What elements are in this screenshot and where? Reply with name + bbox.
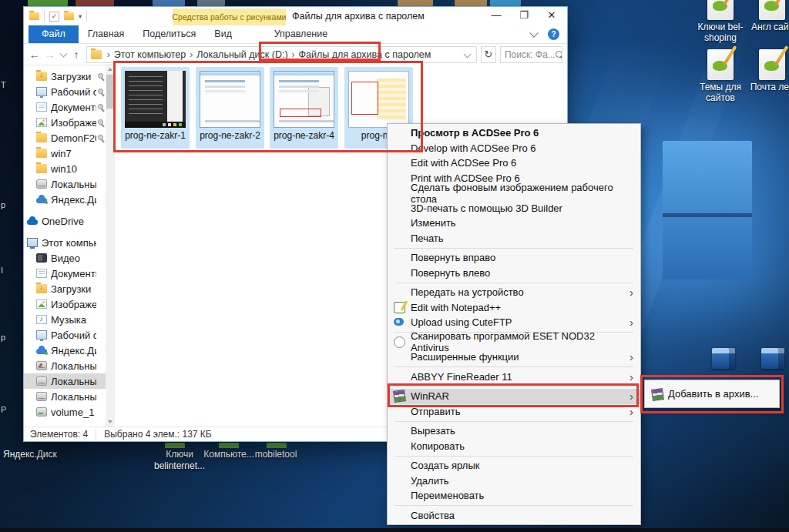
help-icon[interactable]: ? [548, 28, 559, 40]
sidebar-item[interactable]: Загрузки [24, 281, 115, 296]
desktop-icon[interactable]: Англ сайт [745, 0, 789, 33]
forward-icon[interactable]: → [44, 49, 55, 61]
back-icon[interactable]: ← [29, 49, 40, 61]
menu-item[interactable]: Свойства [388, 508, 640, 524]
maximize-button[interactable]: ❐ [510, 7, 538, 25]
recent-locations-icon[interactable] [59, 50, 67, 58]
desktop-icon-label[interactable]: Компьюте... [202, 449, 256, 460]
breadcrumb-item[interactable]: Файлы для архива с паролем [299, 49, 431, 60]
menu-item[interactable]: Копировать [388, 439, 640, 454]
sidebar-item[interactable]: DemonF2005 [24, 130, 115, 146]
desktop-icon-label[interactable]: Яндекс.Диск [3, 449, 76, 460]
menu-item[interactable]: Создать ярлык [388, 458, 640, 473]
menu-item[interactable]: Изменить [388, 216, 640, 231]
desktop-icon-label[interactable]: Ключи belinternet... [149, 449, 210, 472]
sidebar-item[interactable]: Видео [24, 250, 115, 266]
folder-icon[interactable] [29, 12, 39, 20]
sidebar-scrollbar[interactable] [106, 64, 115, 427]
tab-Поделиться[interactable]: Поделиться [133, 25, 205, 43]
menu-item[interactable]: Расширенные функции› [388, 350, 640, 365]
quick-access-toolbar[interactable]: ✓ ▾ [29, 10, 87, 22]
menu-item[interactable]: Переименовать [388, 488, 640, 504]
sidebar-item[interactable]: Документы [24, 99, 115, 115]
scrollbar-thumb[interactable] [106, 75, 114, 109]
breadcrumb-item[interactable]: Локальный диск (D:) [196, 49, 287, 60]
sidebar-item[interactable]: Документы [24, 266, 115, 281]
folder-icon [36, 72, 47, 81]
menu-item[interactable]: Сканировать программой ESET NOD32 Antivi… [388, 335, 640, 350]
menu-item[interactable]: Передать на устройство› [388, 285, 640, 300]
properties-check-icon[interactable]: ✓ [49, 12, 59, 22]
sidebar-item[interactable]: Загрузки [24, 69, 115, 84]
refresh-icon[interactable]: ↻ [481, 46, 496, 63]
menu-item-label: Upload using CuteFTP [411, 316, 512, 328]
close-button[interactable]: ✕ [538, 7, 566, 25]
divider [44, 11, 45, 22]
sidebar-item[interactable]: Рабочий сто [24, 84, 115, 99]
chevron-down-icon[interactable]: ▾ [79, 13, 82, 20]
sidebar-item[interactable]: Яндекс.Диск [24, 343, 115, 358]
desktop-icon[interactable]: Ключи bel-shoping [693, 0, 747, 44]
menu-item[interactable]: 3D-печать с помощью 3D Builder [388, 201, 640, 216]
breadcrumb[interactable]: ›Этот компьютер›Локальный диск (D:)›Файл… [86, 46, 477, 63]
menu-item[interactable]: Просмотр в ACDSee Pro 6 [388, 125, 640, 141]
scroll-down-icon[interactable] [108, 420, 112, 423]
sidebar-item[interactable]: Музыка [24, 312, 115, 327]
up-icon[interactable]: ↑ [70, 49, 82, 61]
virtualbox-icon[interactable] [710, 345, 737, 376]
sidebar-item[interactable]: Рабочий стол [24, 327, 115, 343]
desktop-icon-label[interactable]: mobiletool [249, 449, 303, 460]
desktop-icon[interactable]: Почта лев [745, 49, 789, 93]
menu-item[interactable]: Develop with ACDSee Pro 6 [388, 141, 640, 156]
breadcrumb-item[interactable]: Этот компьютер [114, 49, 186, 60]
desktop-icon[interactable]: Темы для сайтов [693, 49, 747, 104]
contextual-tab-picture-tools[interactable]: Средства работы с рисунками [173, 8, 286, 25]
menu-item[interactable]: Edit with ACDSee Pro 6 [388, 156, 640, 171]
sidebar-item[interactable]: Локальный дис [24, 358, 115, 373]
divider [86, 11, 87, 22]
disk-icon [36, 361, 47, 370]
menu-item[interactable]: Повернуть вправо [388, 250, 640, 266]
sidebar-item[interactable]: Изображени [24, 115, 115, 130]
file-thumbnail[interactable]: prog-ne-zakr-2 [196, 67, 264, 149]
menu-item[interactable]: Upload using CuteFTP› [388, 315, 640, 330]
sidebar-item[interactable]: win10 [24, 161, 115, 176]
winrar-icon [651, 388, 664, 401]
menu-item[interactable]: Повернуть влево [388, 266, 640, 281]
tab-Файл[interactable]: Файл [29, 25, 79, 43]
tab-Управление[interactable]: Управление [244, 25, 358, 43]
menu-item[interactable]: Отправить› [388, 404, 640, 420]
file-thumbnail[interactable]: prog-ne-zakr-4 [270, 67, 338, 149]
minimize-button[interactable]: — [482, 7, 510, 25]
file-thumbnail[interactable]: prog-ne-zakr-1 [121, 67, 190, 149]
scroll-up-icon[interactable] [108, 68, 112, 71]
address-dropdown-icon[interactable] [463, 50, 471, 58]
menu-item[interactable]: Вырезать [388, 423, 640, 439]
file-name: prog-ne-zakr-1 [121, 130, 190, 141]
sidebar-item[interactable]: Локальный дис [24, 373, 115, 389]
sidebar-item[interactable]: win7 [24, 146, 115, 161]
sidebar-item[interactable]: volume_1 (\\192 [24, 404, 115, 420]
new-folder-icon[interactable] [64, 12, 74, 20]
sidebar-item[interactable]: Локальный дис [24, 389, 115, 404]
breadcrumb-separator: › [186, 49, 196, 60]
search-input[interactable]: Поиск: Фа... [500, 46, 562, 63]
menu-item[interactable]: Сделать фоновым изображением рабочего ст… [388, 186, 640, 201]
add-to-archive-item[interactable]: Добавить в архив... [668, 388, 758, 400]
menu-item-label: Создать ярлык [411, 460, 479, 471]
menu-item[interactable]: ABBYY FineReader 11› [388, 370, 640, 385]
sidebar-item[interactable]: Изображения [24, 296, 115, 312]
collapse-ribbon-icon[interactable] [529, 28, 538, 37]
sidebar-item[interactable]: Этот компьютер [24, 235, 115, 250]
menu-item[interactable]: Удалить [388, 473, 640, 489]
menu-item[interactable]: Edit with Notepad++ [388, 300, 640, 316]
sidebar-item[interactable]: Локальный дис [24, 176, 115, 192]
sidebar-item[interactable]: OneDrive [24, 213, 115, 229]
tab-Вид[interactable]: Вид [205, 25, 241, 43]
menu-item[interactable]: Печать [388, 231, 640, 246]
menu-item[interactable]: WinRAR› [388, 389, 640, 404]
virtualbox-icon[interactable] [760, 345, 786, 376]
sidebar-item[interactable]: Яндекс.Диск [24, 192, 115, 207]
tab-Главная[interactable]: Главная [79, 25, 134, 43]
pin-icon [98, 89, 105, 95]
